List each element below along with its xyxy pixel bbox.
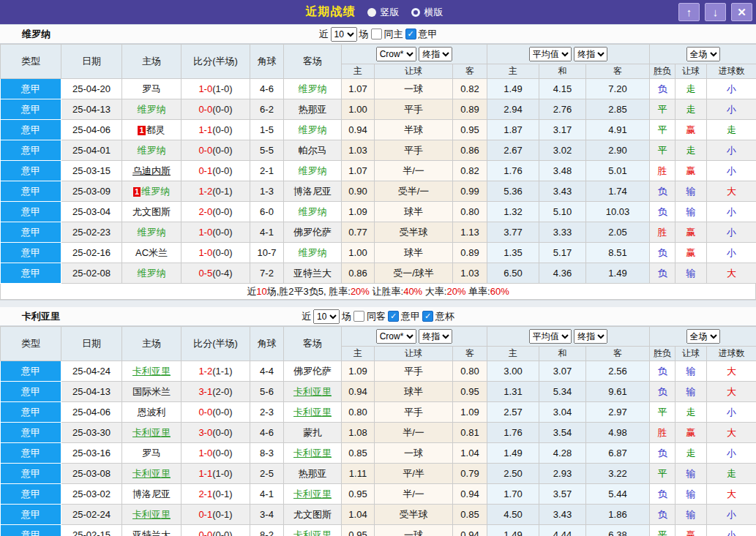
filter-checkbox-1[interactable]: ✓ (405, 29, 416, 39)
cell-avg-draw-odds: 4.44 (539, 525, 586, 536)
cell-result-handicap: 走 (675, 443, 707, 464)
cell-away-team: 蒙扎 (284, 423, 342, 443)
horizontal-layout-radio[interactable] (411, 8, 420, 17)
cell-result-goals: 走 (707, 464, 756, 484)
fulltime-score: 2-0 (198, 206, 212, 217)
cell-home-team: 卡利亚里 (122, 423, 181, 443)
filter-checkbox-1[interactable]: ✓ (388, 311, 399, 322)
titlebar: 近期战绩 竖版 横版 ↑ ↓ ✕ (0, 0, 756, 25)
team-text: 维罗纳 (299, 206, 327, 217)
cell-avg-home-odds: 5.36 (487, 181, 539, 202)
cell-avg-away-odds: 2.56 (586, 361, 650, 382)
halftime-score: (0-1) (212, 488, 232, 499)
cell-league: 意甲 (1, 222, 61, 243)
cell-result-goals: 小 (707, 402, 756, 423)
cell-avg-away-odds: 2.85 (586, 99, 650, 120)
cell-result-handicap: 赢 (675, 161, 707, 181)
cell-away-team: 博洛尼亚 (284, 181, 342, 202)
team-text: 卡利亚里 (293, 448, 332, 458)
cell-result-wdl: 胜 (650, 161, 675, 181)
cell-corners: 8-2 (250, 525, 284, 536)
cell-date: 25-04-06 (61, 402, 122, 423)
cell-handicap-odds-home: 1.07 (342, 161, 375, 181)
summary-segment: 20% (351, 286, 370, 297)
cell-corners: 2-5 (250, 464, 284, 484)
cell-handicap-odds-away: 1.13 (453, 222, 487, 243)
cell-result-handicap: 走 (675, 402, 707, 423)
match-row: 意甲25-04-01维罗纳0-0(0-0)5-5帕尔马1.03平手0.862.6… (1, 140, 756, 161)
cell-home-team: 维罗纳 (122, 263, 181, 284)
sub-column-header: 客 (453, 64, 487, 79)
recent-count-select[interactable]: 10 (331, 27, 357, 42)
team-text: 卡利亚里 (293, 407, 332, 418)
fulltime-select[interactable]: 全场 (686, 47, 720, 61)
cell-handicap-odds-home: 1.00 (342, 243, 375, 263)
average-odds-select[interactable]: 平均值 (529, 329, 572, 344)
cell-result-goals: 小 (707, 243, 756, 263)
team-text: 亚特兰大 (132, 529, 171, 536)
handicap-odds-group-header: Crow* 终指 (342, 327, 487, 347)
filter-checkbox-0[interactable] (371, 29, 382, 39)
sub-column-header: 主 (342, 64, 375, 79)
cell-avg-draw-odds: 3.57 (539, 484, 586, 505)
close-button[interactable]: ✕ (731, 3, 752, 21)
cell-result-wdl: 平 (650, 464, 675, 484)
cell-score: 1-0(0-0) (181, 443, 250, 464)
final-index-select-2[interactable]: 终指 (574, 329, 607, 344)
filter-checkbox-0[interactable] (353, 311, 364, 322)
cell-date: 25-04-13 (61, 99, 122, 120)
cell-away-team: 帕尔马 (284, 140, 342, 161)
cell-league: 意甲 (1, 443, 61, 464)
cell-away-team: 卡利亚里 (284, 484, 342, 505)
cell-score: 1-0(1-0) (181, 79, 250, 99)
cell-score: 1-2(1-1) (181, 361, 250, 382)
cell-handicap-line: 一球 (375, 443, 453, 464)
cell-result-wdl: 平 (650, 99, 675, 120)
cell-avg-home-odds: 1.31 (487, 382, 539, 402)
matches-label: 场 (359, 28, 369, 41)
results-group-header: 全场 (650, 45, 756, 64)
recent-count-select[interactable]: 10 (313, 309, 340, 324)
team-text: 帕尔马 (299, 145, 327, 156)
move-down-button[interactable]: ↓ (705, 3, 726, 21)
summary-segment: 让胜率: (370, 286, 403, 297)
fulltime-score: 3-0 (198, 427, 212, 438)
cell-avg-away-odds: 6.38 (586, 525, 650, 536)
cell-avg-home-odds: 1.35 (487, 243, 539, 263)
average-odds-select[interactable]: 平均值 (529, 47, 572, 61)
cell-date: 25-03-15 (61, 161, 122, 181)
column-header: 类型 (1, 45, 61, 79)
filter-checkbox-2[interactable]: ✓ (422, 311, 433, 322)
final-index-select-2[interactable]: 终指 (574, 47, 607, 61)
cell-date: 25-04-06 (61, 120, 122, 140)
cell-avg-away-odds: 1.49 (586, 263, 650, 284)
cell-away-team: 热那亚 (284, 464, 342, 484)
halftime-score: (1-1) (212, 366, 232, 377)
final-index-select[interactable]: 终指 (419, 329, 452, 344)
vertical-layout-radio[interactable] (367, 8, 376, 17)
odds-company-select[interactable]: Crow* (376, 47, 416, 61)
fulltime-select[interactable]: 全场 (686, 329, 720, 344)
team-header-row: 维罗纳 近10场同主✓意甲 (0, 25, 756, 44)
cell-avg-draw-odds: 5.10 (539, 202, 586, 222)
odds-company-select[interactable]: Crow* (376, 329, 416, 344)
cell-handicap-line: 球半 (375, 243, 453, 263)
cell-avg-away-odds: 7.20 (586, 79, 650, 99)
cell-corners: 2-1 (250, 161, 284, 181)
cell-score: 1-1(0-0) (181, 120, 250, 140)
cell-avg-draw-odds: 3.43 (539, 505, 586, 525)
sub-column-header: 客 (586, 347, 650, 361)
match-row: 意甲25-02-24卡利亚里0-1(0-1)3-4尤文图斯1.04受半球0.85… (1, 505, 756, 525)
cell-home-team: 1都灵 (122, 120, 181, 140)
cell-handicap-odds-home: 1.07 (342, 79, 375, 99)
cell-league: 意甲 (1, 181, 61, 202)
cell-date: 25-04-01 (61, 140, 122, 161)
cell-avg-draw-odds: 3.54 (539, 423, 586, 443)
match-row: 意甲25-02-08维罗纳0-5(0-4)7-2亚特兰大0.86受一/球半1.0… (1, 263, 756, 284)
cell-result-wdl: 胜 (650, 423, 675, 443)
move-up-button[interactable]: ↑ (678, 3, 700, 21)
cell-result-handicap: 赢 (675, 423, 707, 443)
halftime-score: (0-0) (212, 206, 232, 217)
cell-handicap-odds-away: 0.99 (453, 181, 487, 202)
final-index-select[interactable]: 终指 (419, 47, 452, 61)
